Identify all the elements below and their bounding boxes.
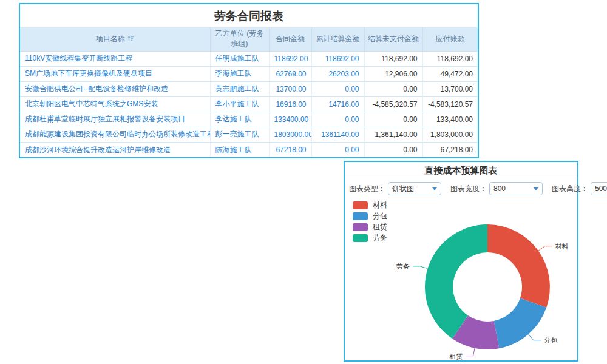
cell-col-4: -4,585,320.57 [364,96,422,112]
cell-col-5: 118,692.00 [422,51,478,66]
column-header-2[interactable]: 合同金额 [269,27,311,51]
legend-swatch [353,201,368,209]
cell-col-2: 1803000.00 [269,127,311,142]
legend-item-2[interactable]: 租赁 [353,221,387,232]
cell-col-4: 0.00 [364,81,422,96]
legend-label: 劳务 [373,233,387,243]
pie-label: 劳务 [396,263,410,270]
cell-col-1: 李海施工队 [210,66,269,81]
report-table: 项目名称乙方单位 (劳务班组)合同金额累计结算金额结算未支付金额应付账款 110… [20,27,478,157]
cell-col-4: 12,906.00 [364,66,422,81]
pie-callout-line [538,246,552,251]
project-name-link[interactable]: 110kV安徽线程集变开断线路工程 [25,54,132,62]
cell-col-2: 13700.00 [269,81,311,96]
cell-col-3: 0.00 [311,142,364,157]
column-header-label: 合同金额 [276,35,305,43]
project-name-link[interactable]: 成都杜甫草堂临时展厅独立展柜报警设备安装项目 [25,115,185,123]
cell-col-5: 13,700.00 [422,81,478,96]
cell-col-4: 0.00 [364,142,422,157]
cell-col-2: 133400.00 [269,112,311,127]
project-name-link[interactable]: SM广场地下车库更换摄像机及硬盘项目 [25,69,152,78]
cost-budget-chart-panel: 直接成本预算图表 图表类型：饼状图图表宽度：800图表高度：500 材料分包租赁… [344,161,578,362]
cell-col-5: -4,583,120.57 [422,96,478,112]
cell-col-3: 26203.00 [311,66,364,81]
labor-contract-report-card: 劳务合同报表 项目名称乙方单位 (劳务班组)合同金额累计结算金额结算未支付金额应… [19,3,479,158]
project-name-cell: 北京朝阳区电气中芯特气系统之GMS安装 [20,96,210,112]
cell-col-3: 0.00 [311,81,364,96]
report-title: 劳务合同报表 [20,4,478,27]
pie-label: 材料 [555,243,569,250]
project-name-link[interactable]: 北京朝阳区电气中芯特气系统之GMS安装 [25,99,158,108]
cell-col-1: 彭一亮施工队 [210,127,269,142]
cell-col-4: 0.00 [364,112,422,127]
table-row: 安徽合肥供电公司--配电设备检修维护和改造黄志鹏施工队13700.000.000… [20,81,478,96]
table-row: 成都能源建设集团投资有限公司临时办公场所装修改造工程EPC彭一亮施工队18030… [20,127,478,142]
pie-callout-line [528,334,541,340]
table-row: SM广场地下车库更换摄像机及硬盘项目李海施工队62769.0026203.001… [20,66,478,81]
cell-col-2: 62769.00 [269,66,311,81]
report-table-header: 项目名称乙方单位 (劳务班组)合同金额累计结算金额结算未支付金额应付账款 [20,27,478,51]
cell-col-4: 118,692.00 [364,51,422,66]
project-name-cell: SM广场地下车库更换摄像机及硬盘项目 [20,66,210,81]
cell-col-1: 李达施工队 [210,112,269,127]
cell-col-1: 黄志鹏施工队 [210,81,269,96]
page: { "colors": { "accent_border": "#2bb7e8"… [0,0,607,364]
donut-chart: 材料分包租赁劳务 [345,162,577,360]
project-name-link[interactable]: 成都沙河环境综合提升改造运河护岸维修改造 [25,146,171,154]
pie-label: 租赁 [450,352,463,360]
pie-slice-材料[interactable] [487,224,550,308]
report-table-body: 110kV安徽线程集变开断线路工程任明成施工队118692.00118692.0… [20,51,478,157]
column-header-label: 累计结算金额 [316,35,360,43]
project-name-cell: 成都沙河环境综合提升改造运河护岸维修改造 [20,142,210,157]
cell-col-3: 118692.00 [311,51,364,66]
sort-icon[interactable] [127,35,134,42]
cell-col-3: 1361140.00 [311,127,364,142]
project-name-cell: 110kV安徽线程集变开断线路工程 [20,51,210,66]
pie-callout-line [466,348,475,356]
column-header-5[interactable]: 应付账款 [422,27,478,51]
legend-item-3[interactable]: 劳务 [353,232,387,243]
cell-col-5: 1,803,000.00 [422,127,478,142]
table-row: 成都杜甫草堂临时展厅独立展柜报警设备安装项目李达施工队133400.000.00… [20,112,478,127]
project-name-link[interactable]: 成都能源建设集团投资有限公司临时办公场所装修改造工程EPC [25,130,210,138]
project-name-link[interactable]: 安徽合肥供电公司--配电设备检修维护和改造 [25,84,168,93]
table-row: 北京朝阳区电气中芯特气系统之GMS安装李小平施工队16916.0014716.0… [20,96,478,112]
column-header-0[interactable]: 项目名称 [20,27,210,51]
column-header-label: 应付账款 [436,35,465,43]
legend-swatch [353,234,368,242]
column-header-label: 结算未支付金额 [368,35,419,43]
table-row: 成都沙河环境综合提升改造运河护岸维修改造陈海施工队67218.000.000.0… [20,142,478,157]
header-row: 项目名称乙方单位 (劳务班组)合同金额累计结算金额结算未支付金额应付账款 [20,27,478,51]
project-name-cell: 成都能源建设集团投资有限公司临时办公场所装修改造工程EPC [20,127,210,142]
legend-item-1[interactable]: 分包 [353,211,387,221]
column-header-4[interactable]: 结算未支付金额 [364,27,422,51]
control-select-2[interactable]: 500 [591,182,607,195]
cell-col-2: 118692.00 [269,51,311,66]
cell-col-3: 0.00 [311,112,364,127]
select-value: 500 [595,184,607,193]
cell-col-5: 133,400.00 [422,112,478,127]
cell-col-5: 67,218.00 [422,142,478,157]
cell-col-1: 李小平施工队 [210,96,269,112]
project-name-cell: 成都杜甫草堂临时展厅独立展柜报警设备安装项目 [20,112,210,127]
legend-label: 材料 [373,200,387,211]
legend-label: 分包 [373,211,387,221]
column-header-label: 乙方单位 (劳务班组) [215,29,263,48]
project-name-cell: 安徽合肥供电公司--配电设备检修维护和改造 [20,81,210,96]
pie-label: 分包 [544,337,558,344]
legend-swatch [353,212,368,220]
cell-col-2: 16916.00 [269,96,311,112]
cell-col-5: 49,472.00 [422,66,478,81]
pie-callout-line [413,266,428,269]
pie-slice-分包[interactable] [494,298,547,349]
cell-col-1: 陈海施工队 [210,142,269,157]
cell-col-1: 任明成施工队 [210,51,269,66]
chart-legend: 材料分包租赁劳务 [353,200,387,243]
column-header-3[interactable]: 累计结算金额 [311,27,364,51]
table-row: 110kV安徽线程集变开断线路工程任明成施工队118692.00118692.0… [20,51,478,66]
legend-item-0[interactable]: 材料 [353,200,387,211]
column-header-1[interactable]: 乙方单位 (劳务班组) [210,27,269,51]
cell-col-4: 1,361,140.00 [364,127,422,142]
cell-col-2: 67218.00 [269,142,311,157]
column-header-label: 项目名称 [96,35,125,43]
